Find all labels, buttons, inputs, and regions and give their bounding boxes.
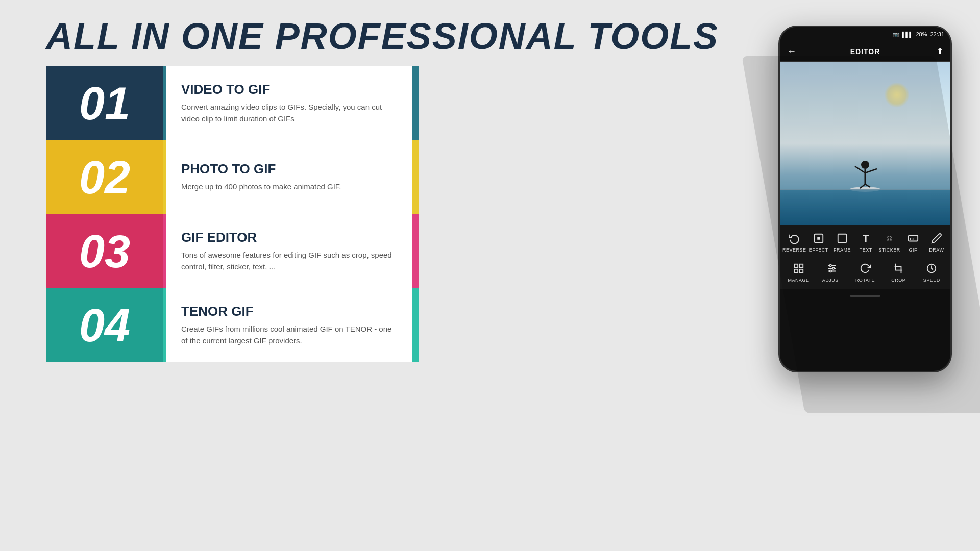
status-time: 22:31 (930, 31, 944, 37)
feature-desc-2: Merge up to 400 photos to make animated … (181, 181, 397, 193)
status-battery: 28% (916, 31, 927, 37)
feature-number-1: 01 (79, 81, 130, 127)
feature-content-4: TENOR GIF Create GIFs from millions cool… (163, 288, 412, 362)
feature-content-2: PHOTO TO GIF Merge up to 400 photos to m… (163, 140, 412, 214)
status-wifi-icon: ▌▌▌ (902, 32, 913, 37)
feature-number-box-2: 02 (46, 140, 163, 214)
feature-number-box-3: 03 (46, 214, 163, 288)
feature-accent-1 (412, 66, 419, 140)
phone-shadow (742, 56, 980, 413)
feature-title-2: PHOTO TO GIF (181, 161, 397, 177)
main-heading: ALL IN ONE PROFESSIONAL TOOLS (46, 15, 719, 57)
feature-number-4: 04 (79, 303, 130, 348)
feature-item-4: 04 TENOR GIF Create GIFs from millions c… (46, 288, 419, 362)
feature-title-4: TENOR GIF (181, 304, 397, 319)
feature-content-1: VIDEO TO GIF Convert amazing video clips… (163, 66, 412, 140)
phone-status-bar: 📷 ▌▌▌ 28% 22:31 (780, 27, 950, 41)
feature-item-2: 02 PHOTO TO GIF Merge up to 400 photos t… (46, 140, 419, 214)
feature-number-box-4: 04 (46, 288, 163, 362)
feature-number-2: 02 (79, 155, 130, 201)
feature-number-box-1: 01 (46, 66, 163, 140)
phone-mockup: 📷 ▌▌▌ 28% 22:31 ← EDITOR ⬆ (778, 26, 952, 372)
feature-item-3: 03 GIF EDITOR Tons of awesome features f… (46, 214, 419, 288)
feature-accent-2 (412, 140, 419, 214)
feature-desc-4: Create GIFs from millions cool animated … (181, 323, 397, 346)
feature-item-1: 01 VIDEO TO GIF Convert amazing video cl… (46, 66, 419, 140)
feature-content-3: GIF EDITOR Tons of awesome features for … (163, 214, 412, 288)
feature-accent-4 (412, 288, 419, 362)
back-button[interactable]: ← (787, 46, 796, 57)
editor-title: EDITOR (850, 47, 880, 56)
feature-title-3: GIF EDITOR (181, 230, 397, 245)
feature-accent-3 (412, 214, 419, 288)
feature-title-1: VIDEO TO GIF (181, 82, 397, 97)
feature-list: 01 VIDEO TO GIF Convert amazing video cl… (46, 66, 419, 362)
feature-desc-3: Tons of awesome features for editing GIF… (181, 249, 397, 272)
feature-desc-1: Convert amazing video clips to GIFs. Spe… (181, 102, 397, 124)
feature-number-3: 03 (79, 229, 130, 274)
status-sim-icon: 📷 (893, 32, 899, 37)
upload-button[interactable]: ⬆ (937, 46, 943, 56)
